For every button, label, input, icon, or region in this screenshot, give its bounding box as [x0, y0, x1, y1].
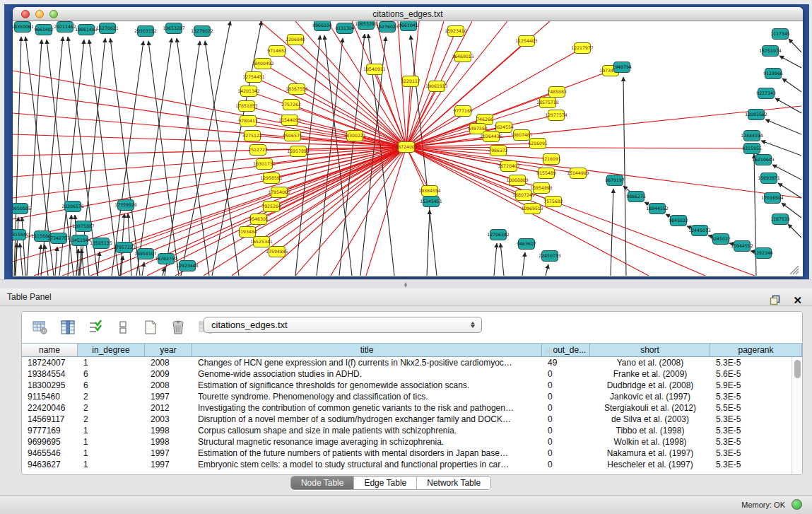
- graph-node[interactable]: 9546305: [249, 214, 269, 225]
- graph-node[interactable]: 9780413: [238, 116, 258, 127]
- graph-node[interactable]: 13505135: [90, 238, 112, 249]
- graph-node[interactable]: 8215955: [742, 144, 762, 154]
- table-row[interactable]: 1830029562008Estimation of significance …: [22, 380, 802, 391]
- network-canvas[interactable]: 2206848971465218400492127544511420134217…: [13, 21, 801, 276]
- graph-edge[interactable]: [761, 141, 801, 156]
- graph-node[interactable]: 15270621: [96, 23, 119, 34]
- graph-node[interactable]: 7925284: [261, 201, 281, 212]
- graph-node[interactable]: 12977574: [545, 110, 567, 121]
- graph-node[interactable]: 16782759: [155, 254, 177, 264]
- graph-node[interactable]: 1167533: [770, 214, 790, 225]
- table-row[interactable]: 911546021997Tourette syndrome. Phenomeno…: [22, 391, 802, 402]
- graph-edge[interactable]: [205, 41, 239, 276]
- graph-edge[interactable]: [546, 264, 548, 276]
- graph-node[interactable]: 12445073: [688, 226, 711, 236]
- graph-node[interactable]: 16807249: [512, 190, 535, 201]
- graph-node[interactable]: 18367556: [286, 84, 308, 95]
- graph-edge[interactable]: [166, 147, 406, 259]
- graph-edge[interactable]: [55, 247, 57, 276]
- graph-node[interactable]: 10653287: [163, 23, 185, 34]
- graph-node[interactable]: 18300221: [343, 131, 366, 141]
- column-header-title[interactable]: title: [192, 344, 542, 356]
- graph-node[interactable]: 2512727: [248, 145, 268, 156]
- graph-edge[interactable]: [142, 262, 144, 276]
- graph-edge[interactable]: [406, 147, 546, 173]
- graph-edge[interactable]: [623, 77, 626, 276]
- graph-edge[interactable]: [782, 78, 801, 92]
- graph-node[interactable]: 11254403: [515, 36, 538, 47]
- graph-edge[interactable]: [522, 252, 525, 276]
- graph-node[interactable]: 3220117: [401, 76, 420, 87]
- table-row[interactable]: 946554611997Estimation of the future num…: [22, 448, 802, 459]
- graph-node[interactable]: 1292344: [753, 248, 773, 259]
- graph-node[interactable]: 10969513: [521, 204, 543, 214]
- graph-node[interactable]: 18301731: [253, 159, 276, 170]
- graph-node[interactable]: 12958591: [260, 173, 283, 184]
- graph-node[interactable]: 17016504: [761, 193, 784, 204]
- graph-node[interactable]: 10944552: [731, 241, 753, 252]
- scrollbar-thumb[interactable]: [794, 360, 801, 378]
- graph-edge[interactable]: [136, 38, 172, 276]
- table-row[interactable]: 1938455462009Genome-wide association stu…: [22, 368, 802, 380]
- table-selector-dropdown[interactable]: citations_edges.txt: [204, 317, 482, 333]
- tab-edge-table[interactable]: Edge Table: [354, 477, 417, 489]
- graph-node[interactable]: 9463627: [517, 239, 536, 250]
- graph-node[interactable]: 12923448: [176, 261, 199, 271]
- table-row[interactable]: 946362711997Embryonic stem cells: a mode…: [22, 459, 802, 470]
- graph-edge[interactable]: [779, 56, 801, 68]
- graph-edge[interactable]: [788, 224, 801, 238]
- graph-edge[interactable]: [789, 39, 801, 52]
- graph-node[interactable]: 17594845: [266, 247, 288, 257]
- graph-node[interactable]: 19315940: [13, 230, 29, 240]
- table-row[interactable]: 1456911722003Disruption of a novel membe…: [22, 414, 802, 425]
- graph-node[interactable]: 15276023: [376, 22, 399, 33]
- graph-edge[interactable]: [112, 41, 143, 276]
- graph-node[interactable]: 17957253: [113, 243, 136, 253]
- graph-node[interactable]: 9129966: [763, 69, 783, 79]
- column-header-pagerank[interactable]: pagerank: [710, 344, 802, 356]
- graph-node[interactable]: 19061913: [425, 81, 448, 92]
- graph-node[interactable]: 12706342: [487, 230, 510, 240]
- column-header-in-degree[interactable]: in_degree: [78, 344, 145, 356]
- table-row[interactable]: 1872400712008Changes of HCN gene express…: [22, 357, 802, 368]
- graph-node[interactable]: 9506575: [283, 131, 302, 141]
- graph-edge[interactable]: [163, 267, 165, 276]
- graph-node[interactable]: 20650505: [13, 204, 31, 214]
- graph-node[interactable]: 9661041: [399, 21, 418, 31]
- graph-node[interactable]: 20206576: [61, 201, 84, 212]
- graph-node[interactable]: 15954898: [530, 183, 553, 194]
- graph-edge[interactable]: [494, 243, 497, 276]
- column-header-short[interactable]: short: [590, 344, 710, 356]
- vertical-scrollbar[interactable]: [792, 357, 802, 475]
- graph-node[interactable]: 12217977: [571, 43, 594, 54]
- graph-node[interactable]: 12093582: [745, 110, 767, 120]
- graph-node[interactable]: 9777169: [453, 106, 473, 117]
- network-window-titlebar[interactable]: citations_edges.txt: [13, 7, 803, 21]
- graph-node[interactable]: 10807487: [510, 130, 533, 141]
- select-all-check-icon[interactable]: [87, 319, 104, 336]
- graph-node[interactable]: 8679197: [605, 175, 625, 186]
- graph-node[interactable]: 9845022: [669, 216, 688, 226]
- graph-node[interactable]: 10653288: [355, 21, 377, 30]
- graph-edge[interactable]: [352, 21, 406, 147]
- graph-node[interactable]: 16525341: [250, 237, 273, 247]
- memory-ok-indicator-icon[interactable]: [792, 499, 802, 510]
- graph-node[interactable]: 7193484: [237, 227, 257, 238]
- table-row[interactable]: 977716911998Corpus callosum shape and si…: [22, 425, 802, 436]
- graph-node[interactable]: 15751074: [759, 46, 782, 57]
- graph-edge[interactable]: [406, 57, 463, 147]
- table-columns-icon[interactable]: [59, 319, 76, 336]
- graph-node[interactable]: 18575718: [536, 98, 559, 108]
- graph-node[interactable]: 20364436: [480, 132, 502, 142]
- graph-edge[interactable]: [295, 21, 406, 147]
- table-settings-icon[interactable]: [32, 319, 49, 336]
- graph-node[interactable]: 6216091: [528, 139, 548, 149]
- graph-edge[interactable]: [248, 121, 406, 147]
- graph-node[interactable]: 9227343: [756, 88, 776, 99]
- graph-edge[interactable]: [331, 147, 406, 276]
- graph-node[interactable]: 9886275: [626, 192, 646, 202]
- graph-node[interactable]: 19861403: [75, 25, 98, 35]
- graph-node[interactable]: 3216091: [541, 154, 561, 165]
- tab-node-table[interactable]: Node Table: [291, 477, 355, 489]
- graph-node[interactable]: 12444194: [741, 131, 763, 141]
